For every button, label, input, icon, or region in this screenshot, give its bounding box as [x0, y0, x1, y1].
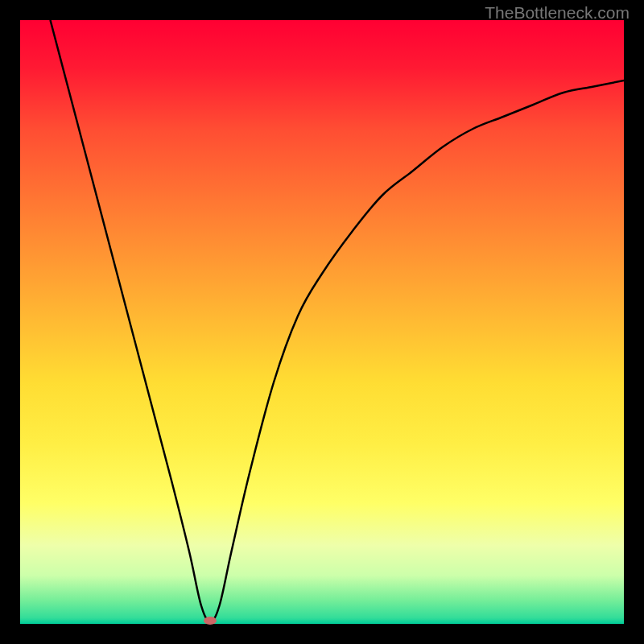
- plot-area: [20, 20, 624, 624]
- curve-line: [51, 20, 625, 621]
- watermark-text: TheBottleneck.com: [485, 3, 630, 23]
- chart-container: TheBottleneck.com: [0, 0, 644, 644]
- optimal-point-marker: [204, 617, 217, 625]
- bottleneck-curve: [20, 20, 624, 624]
